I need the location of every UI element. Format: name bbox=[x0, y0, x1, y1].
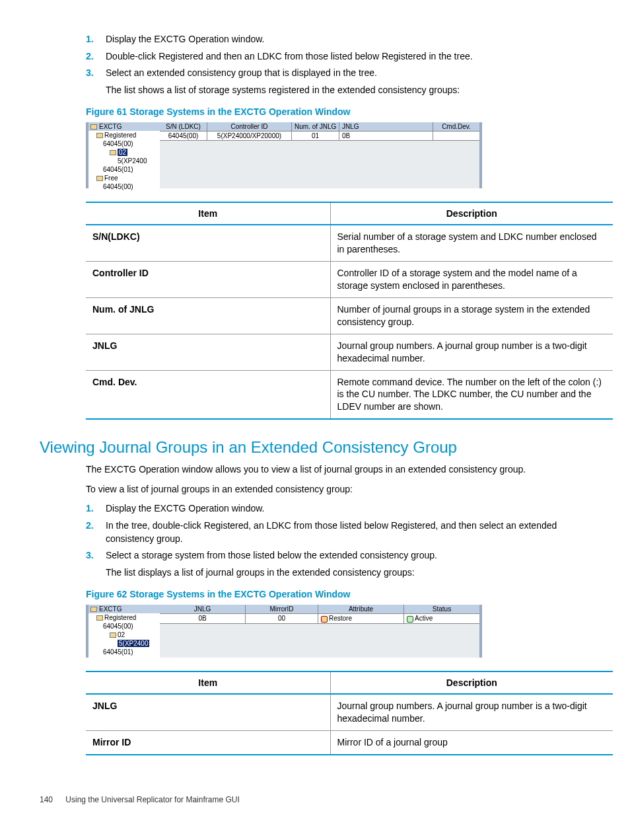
table-row: JNLGJournal group numbers. A journal gro… bbox=[86, 334, 613, 370]
item: Cmd. Dev. bbox=[86, 370, 330, 419]
cell: Restore bbox=[318, 614, 404, 623]
col-num-jnlg[interactable]: Num. of JNLG bbox=[292, 122, 339, 132]
step-num: 2. bbox=[86, 50, 106, 63]
tree-node[interactable]: 64045(00) bbox=[88, 139, 160, 148]
figure-caption: Figure 61 Storage Systems in the EXCTG O… bbox=[86, 106, 590, 117]
col-item: Item bbox=[86, 671, 330, 694]
folder-icon bbox=[96, 133, 103, 138]
table-row: Num. of JNLGNumber of journal groups in … bbox=[86, 297, 613, 334]
tree-label: 02 bbox=[118, 631, 125, 638]
step-text: Display the EXCTG Operation window. bbox=[106, 502, 590, 515]
paragraph: The EXCTG Operation window allows you to… bbox=[86, 463, 590, 477]
tree-label: EXCTG bbox=[99, 605, 122, 613]
folder-icon bbox=[90, 607, 97, 612]
screenshot-fig62: EXCTG Registered 64045(00) 02 5(XP2400 6… bbox=[86, 605, 482, 658]
page-number: 140 bbox=[40, 795, 63, 804]
item: S/N(LDKC) bbox=[86, 225, 330, 261]
table-row: Cmd. Dev.Remote command device. The numb… bbox=[86, 370, 613, 419]
grid-header: JNLG MirrorID Attribute Status bbox=[160, 605, 479, 614]
step-list-1: 1.Display the EXCTG Operation window. 2.… bbox=[86, 33, 590, 96]
col-description: Description bbox=[330, 671, 613, 694]
status-icon bbox=[407, 616, 413, 623]
tree-panel: EXCTG Registered 64045(00) 02 5(XP2400 6… bbox=[86, 605, 160, 658]
table-row: Controller IDController ID of a storage … bbox=[86, 262, 613, 298]
cell: 01 bbox=[292, 132, 339, 141]
figure-caption: Figure 62 Storage Systems in the EXCTG O… bbox=[86, 589, 590, 599]
col-attribute[interactable]: Attribute bbox=[318, 605, 404, 614]
tree-label: 5(XP2400 bbox=[118, 640, 149, 647]
step-text: Select a storage system from those liste… bbox=[106, 549, 590, 562]
tree-node[interactable]: Free bbox=[88, 174, 160, 182]
page-footer: 140 Using the Universal Replicator for M… bbox=[40, 795, 590, 804]
grid-row[interactable]: 64045(00) 5(XP24000/XP20000) 01 0B bbox=[160, 132, 479, 141]
cell bbox=[433, 132, 479, 141]
tree-node[interactable]: 64045(00) bbox=[88, 622, 160, 630]
step-text: In the tree, double-click Registered, an… bbox=[106, 519, 590, 545]
folder-icon bbox=[96, 176, 103, 181]
tree-root[interactable]: EXCTG bbox=[88, 122, 160, 131]
step-num: 1. bbox=[86, 502, 106, 515]
cell: 64045(00) bbox=[160, 132, 207, 141]
tree-node[interactable]: Registered bbox=[88, 131, 160, 139]
item: Mirror ID bbox=[86, 731, 330, 755]
step-list-2: 1.Display the EXCTG Operation window. 2.… bbox=[86, 502, 590, 579]
description-table-2: Item Description JNLGJournal group numbe… bbox=[86, 671, 613, 755]
cell: 00 bbox=[246, 614, 318, 623]
table-row: S/N(LDKC)Serial number of a storage syst… bbox=[86, 225, 613, 261]
tree-label: Free bbox=[104, 174, 118, 182]
screenshot-fig61: EXCTG Registered 64045(00) 02 5(XP2400 6… bbox=[86, 122, 482, 188]
tree-node[interactable]: Registered bbox=[88, 613, 160, 622]
desc: Number of journal groups in a storage sy… bbox=[330, 297, 613, 334]
step-text: The list displays a list of journal grou… bbox=[106, 566, 590, 580]
desc: Mirror ID of a journal group bbox=[330, 731, 613, 755]
step-num: 1. bbox=[86, 33, 106, 46]
tree-node[interactable]: 02 bbox=[88, 630, 160, 639]
grid-empty bbox=[160, 624, 479, 658]
desc: Controller ID of a storage system and th… bbox=[330, 262, 613, 298]
col-item: Item bbox=[86, 202, 330, 225]
desc: Journal group numbers. A journal group n… bbox=[330, 334, 613, 370]
tree-label: Registered bbox=[104, 132, 136, 139]
section-heading: Viewing Journal Groups in an Extended Co… bbox=[40, 438, 590, 457]
tree-label: EXCTG bbox=[99, 123, 122, 130]
grid-header: S/N (LDKC) Controller ID Num. of JNLG JN… bbox=[160, 122, 479, 132]
description-table-1: Item Description S/N(LDKC)Serial number … bbox=[86, 202, 613, 420]
cell: Active bbox=[404, 614, 479, 623]
col-status[interactable]: Status bbox=[404, 605, 479, 614]
tree-label: 64045(00) bbox=[103, 140, 133, 147]
footer-text: Using the Universal Replicator for Mainf… bbox=[65, 795, 239, 804]
col-jnlg[interactable]: JNLG bbox=[160, 605, 246, 614]
step-text: Display the EXCTG Operation window. bbox=[106, 33, 590, 46]
tree-node[interactable]: 5(XP2400 bbox=[88, 639, 160, 648]
folder-icon bbox=[96, 615, 103, 621]
tree-label: 64045(00) bbox=[103, 623, 133, 630]
step-num: 3. bbox=[86, 67, 106, 80]
col-jnlg[interactable]: JNLG bbox=[339, 122, 433, 132]
col-sn[interactable]: S/N (LDKC) bbox=[160, 122, 207, 132]
step-text: Double-click Registered and then an LDKC… bbox=[106, 50, 590, 63]
item: JNLG bbox=[86, 694, 330, 730]
cell: 0B bbox=[339, 132, 433, 141]
tree-node[interactable]: 64045(01) bbox=[88, 165, 160, 174]
col-mirror-id[interactable]: MirrorID bbox=[246, 605, 318, 614]
tree-node[interactable]: 64045(01) bbox=[88, 648, 160, 656]
tree-panel: EXCTG Registered 64045(00) 02 5(XP2400 6… bbox=[86, 122, 160, 188]
tree-node[interactable]: 02 bbox=[88, 148, 160, 157]
tree-label: 64045(01) bbox=[103, 648, 133, 656]
step-num: 2. bbox=[86, 519, 106, 545]
tree-node[interactable]: 64045(00) bbox=[88, 182, 160, 191]
tree-node[interactable]: 5(XP2400 bbox=[88, 157, 160, 165]
tree-label: 5(XP2400 bbox=[118, 157, 147, 165]
step-text: Select an extended consistency group tha… bbox=[106, 67, 590, 80]
col-controller-id[interactable]: Controller ID bbox=[207, 122, 292, 132]
grid-row[interactable]: 0B 00 Restore Active bbox=[160, 614, 479, 623]
table-row: Mirror IDMirror ID of a journal group bbox=[86, 731, 613, 755]
desc: Remote command device. The number on the… bbox=[330, 370, 613, 419]
folder-icon bbox=[110, 632, 116, 638]
tree-label: 02 bbox=[118, 149, 127, 156]
desc: Serial number of a storage system and LD… bbox=[330, 225, 613, 261]
tree-root[interactable]: EXCTG bbox=[88, 605, 160, 613]
item: Num. of JNLG bbox=[86, 297, 330, 334]
col-cmd-dev[interactable]: Cmd.Dev. bbox=[433, 122, 479, 132]
grid-empty bbox=[160, 141, 479, 188]
